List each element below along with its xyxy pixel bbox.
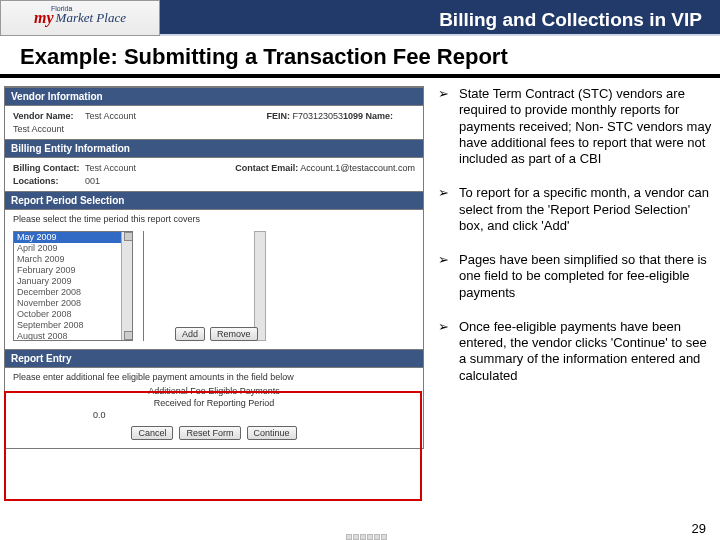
logo-florida: Florida bbox=[51, 5, 72, 12]
add-button[interactable]: Add bbox=[175, 327, 205, 341]
logo: my Florida Market Place bbox=[0, 0, 160, 36]
list-item[interactable]: April 2009 bbox=[14, 243, 132, 254]
chevron-right-icon: ➢ bbox=[438, 252, 449, 301]
bullet-item: ➢Pages have been simplified so that ther… bbox=[438, 252, 714, 301]
chevron-right-icon: ➢ bbox=[438, 185, 449, 234]
locations-value: 001 bbox=[85, 176, 235, 186]
period-body: May 2009 April 2009 March 2009 February … bbox=[5, 226, 423, 349]
entry-fields: Additional Fee Eligible Payments Receive… bbox=[13, 386, 415, 420]
list-item[interactable]: February 2009 bbox=[14, 265, 132, 276]
entry-line1: Additional Fee Eligible Payments bbox=[148, 386, 280, 396]
bullet-text: To report for a specific month, a vendor… bbox=[459, 185, 714, 234]
continue-button[interactable]: Continue bbox=[247, 426, 297, 440]
ten99-value: Test Account bbox=[13, 124, 163, 134]
entry-line2: Received for Reporting Period bbox=[154, 398, 275, 408]
section-billing-info: Billing Entity Information bbox=[5, 139, 423, 158]
bullet-text: Once fee-eligible payments have been ent… bbox=[459, 319, 714, 384]
screenshot-panel: Vendor Information Vendor Name: Test Acc… bbox=[0, 86, 430, 449]
selected-scrollbar[interactable] bbox=[254, 231, 266, 341]
entry-desc: Please enter additional fee eligible pay… bbox=[13, 372, 415, 382]
notes-panel: ➢State Term Contract (STC) vendors are r… bbox=[430, 86, 720, 449]
bullet-item: ➢State Term Contract (STC) vendors are r… bbox=[438, 86, 714, 167]
section-report-entry: Report Entry bbox=[5, 349, 423, 368]
list-item[interactable]: May 2009 bbox=[14, 232, 132, 243]
page-title: Billing and Collections in VIP bbox=[160, 0, 720, 36]
period-listbox[interactable]: May 2009 April 2009 March 2009 February … bbox=[13, 231, 133, 341]
chevron-right-icon: ➢ bbox=[438, 86, 449, 167]
selected-periods-box bbox=[143, 231, 363, 341]
vendor-info-body: Vendor Name: Test Account FEIN: F7031230… bbox=[5, 106, 423, 139]
logo-marketplace: Market Place bbox=[56, 10, 126, 26]
bullet-item: ➢Once fee-eligible payments have been en… bbox=[438, 319, 714, 384]
email-block: Contact Email: Account.1@testaccount.com bbox=[235, 163, 415, 173]
reset-button[interactable]: Reset Form bbox=[179, 426, 240, 440]
chevron-right-icon: ➢ bbox=[438, 319, 449, 384]
contact-label: Billing Contact: bbox=[13, 163, 85, 173]
list-item[interactable]: December 2008 bbox=[14, 287, 132, 298]
form-screenshot: Vendor Information Vendor Name: Test Acc… bbox=[4, 86, 424, 449]
entry-buttons: Cancel Reset Form Continue bbox=[13, 426, 415, 440]
listbox-scrollbar[interactable] bbox=[121, 232, 132, 340]
content-area: Vendor Information Vendor Name: Test Acc… bbox=[0, 78, 720, 449]
email-label: Contact Email: bbox=[235, 163, 298, 173]
period-desc: Please select the time period this repor… bbox=[5, 210, 423, 226]
bullet-text: State Term Contract (STC) vendors are re… bbox=[459, 86, 714, 167]
vendor-name-label: Vendor Name: bbox=[13, 111, 85, 121]
contact-value: Test Account bbox=[85, 163, 235, 173]
section-report-period: Report Period Selection bbox=[5, 191, 423, 210]
top-bar: my Florida Market Place Billing and Coll… bbox=[0, 0, 720, 36]
list-item[interactable]: January 2009 bbox=[14, 276, 132, 287]
locations-label: Locations: bbox=[13, 176, 85, 186]
list-item[interactable]: October 2008 bbox=[14, 309, 132, 320]
slide-subtitle: Example: Submitting a Transaction Fee Re… bbox=[0, 36, 720, 74]
billing-info-body: Billing Contact: Test Account Contact Em… bbox=[5, 158, 423, 191]
bullet-text: Pages have been simplified so that there… bbox=[459, 252, 714, 301]
ten99-label: 1099 Name: bbox=[343, 111, 415, 121]
list-item[interactable]: November 2008 bbox=[14, 298, 132, 309]
remove-button[interactable]: Remove bbox=[210, 327, 258, 341]
section-vendor-info: Vendor Information bbox=[5, 87, 423, 106]
page-number: 29 bbox=[692, 521, 706, 536]
fein-label: FEIN: bbox=[266, 111, 290, 121]
entry-body: Please enter additional fee eligible pay… bbox=[5, 368, 423, 448]
cancel-button[interactable]: Cancel bbox=[131, 426, 173, 440]
fein-value: F703123053 bbox=[292, 111, 343, 121]
list-item[interactable]: September 2008 bbox=[14, 320, 132, 331]
list-item[interactable]: August 2008 bbox=[14, 331, 132, 341]
email-value: Account.1@testaccount.com bbox=[300, 163, 415, 173]
bullet-item: ➢To report for a specific month, a vendo… bbox=[438, 185, 714, 234]
list-item[interactable]: March 2009 bbox=[14, 254, 132, 265]
entry-value: 0.0 bbox=[93, 410, 106, 420]
slide-thumbnails bbox=[346, 534, 387, 540]
fein-block: FEIN: F703123053 bbox=[266, 111, 343, 121]
vendor-name-value: Test Account bbox=[85, 111, 235, 121]
